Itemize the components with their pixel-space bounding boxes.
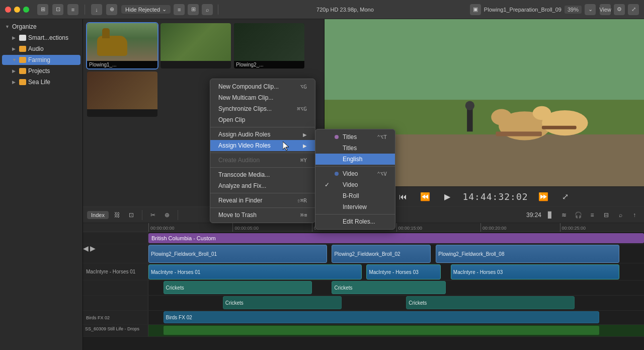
role-lanes-icon[interactable]: ≡ [587,209,598,221]
prev-clip-icon[interactable]: ◀ [83,244,89,252]
video-clip[interactable]: Plowing2_Fieldwork_Broll_01 [148,245,327,263]
fullscreen-button[interactable] [23,7,29,13]
clip-label: Plowing2_Fieldwork_Broll_01 [151,251,217,257]
still-life-clip[interactable] [164,326,600,335]
audio-meter-icon[interactable]: ▊ [544,209,555,221]
video-clip[interactable]: Plowing2_Fieldwork_Broll_08 [436,245,619,263]
smart-collection-icon [19,35,26,41]
import-icon[interactable]: ↓ [91,4,102,15]
list-view-icon[interactable]: ≡ [174,4,185,15]
minimize-button[interactable] [14,7,20,13]
chevron-down-icon[interactable]: ⌄ [585,4,596,15]
timeline-content[interactable]: British Columbia - Custom ◀ ▶ Plowing2_F… [83,232,644,350]
settings-icon[interactable]: ⚙ [614,4,625,15]
separator [142,210,142,220]
sidebar-item-organize[interactable]: ▼ Organize [2,22,80,32]
clip-height-icon[interactable]: ⊟ [601,209,612,221]
ctx-new-multicam-clip[interactable]: New Multicam Clip... [210,92,315,103]
story-track-row: British Columbia - Custom [83,232,644,244]
ctx-item-label: New Compound Clip... [218,83,279,90]
clip-thumbnail[interactable] [87,72,157,117]
ctx-reveal-finder[interactable]: Reveal in Finder ⇧⌘R [210,195,315,206]
ctx-new-compound-clip[interactable]: New Compound Clip... ⌥G [210,81,315,92]
clips-area: British Columbia - Custom [148,232,644,244]
sub-edit-roles[interactable]: Edit Roles... [315,216,395,227]
sub-titles-2[interactable]: Titles [315,143,395,154]
share-icon[interactable]: ⊕ [106,4,117,15]
clip-thumbnail[interactable]: Plowing1_... [87,23,157,68]
sub-video[interactable]: Video ⌃⌥V [315,168,395,179]
audio-track-row: MacIntyre - Horses 01 MacIntyre - Horses… [83,263,644,281]
story-clip[interactable]: British Columbia - Custom [148,233,644,243]
birds-fx-clip[interactable]: Birds FX 02 [164,311,600,323]
rewind-button[interactable]: ⏮ [396,190,410,204]
clip-label: Crickets [409,300,427,306]
hide-rejected-button[interactable]: Hide Rejected ⌄ [121,5,171,14]
ruler-tick: 00:00:25:00 [560,223,586,232]
monitor-icon[interactable]: ▣ [470,4,481,15]
crickets-clip[interactable]: Crickets [164,281,312,294]
ctx-item-label: Move to Trash [218,212,257,219]
audio-clip[interactable]: MacIntyre - Horses 03 [366,264,441,279]
sub-interview[interactable]: Interview [315,201,395,213]
ctx-assign-audio-roles[interactable]: Assign Audio Roles ▶ [210,129,315,140]
crickets-clip[interactable]: Crickets [223,296,342,309]
ctx-open-clip[interactable]: Open Clip [210,114,315,125]
sidebar: ▼ Organize ▶ Smart...ections ▶ Audio ▼ F… [0,19,83,350]
ctx-shortcut: ⌥G [300,84,307,90]
sidebar-item-smart-collections[interactable]: ▶ Smart...ections [2,33,80,43]
transform-icon[interactable]: ⊕ [162,209,173,221]
ruler-area: 00:00:00:00 00:00:05:00 00:00:10:00 00:0… [148,223,644,232]
clip-label: Plowing2_Fieldwork_Broll_08 [438,251,504,257]
green-clips-area [148,325,644,336]
bottom-section: Plowing1_... Plowing2_... [83,19,644,350]
library-icon[interactable]: ⊞ [37,4,48,15]
ctx-move-trash[interactable]: Move to Trash ⌘⌫ [210,209,315,221]
ctx-assign-video-roles[interactable]: Assign Video Roles ▶ [210,140,315,151]
sidebar-item-farming[interactable]: ▼ Farming [2,55,80,65]
view-button[interactable]: View [600,4,611,15]
link-icon[interactable]: ⛓ [112,209,123,221]
sub-video-checked[interactable]: ✓ Video [315,179,395,190]
video-clip[interactable]: Plowing2_Fieldwork_Broll_02 [332,245,431,263]
clip-thumbnail[interactable] [160,23,231,68]
ctx-analyze-fix[interactable]: Analyze and Fix... [210,180,315,191]
clip-thumbnail[interactable]: Plowing2_... [234,23,304,68]
clip-label: Plowing2_... [234,61,304,68]
headphone-icon[interactable]: 🎧 [573,209,584,221]
timecode-display: 14:44:32:02 [462,191,528,202]
next-clip-icon[interactable]: ▶ [90,244,96,252]
index-button[interactable]: Index [87,211,109,219]
zoom-level[interactable]: 39% [565,6,582,14]
step-forward-button[interactable]: ⏩ [536,190,550,204]
ctx-item-label: Synchronize Clips... [218,105,272,112]
crickets-clip[interactable]: Crickets [332,281,446,294]
sidebar-item-audio[interactable]: ▶ Audio [2,44,80,54]
audio-clip[interactable]: MacIntyre - Horses 01 [148,264,362,279]
grid-view-icon[interactable]: ⊞ [188,4,199,15]
timeline-icon[interactable]: ≡ [67,4,78,15]
close-button[interactable] [5,7,11,13]
ctx-transcode-media[interactable]: Transcode Media... [210,169,315,180]
sidebar-item-sea-life[interactable]: ▶ Sea Life [2,77,80,87]
sub-titles[interactable]: Titles ⌃⌥T [315,131,395,143]
sub-english[interactable]: English [315,154,395,165]
zoom-icon[interactable]: ⌕ [615,209,626,221]
ctx-synchronize-clips[interactable]: Synchronize Clips... ⌘⌥G [210,103,315,114]
fullscreen-icon[interactable]: ⤢ [628,4,639,15]
browser-icon[interactable]: ⊡ [52,4,63,15]
sub-b-roll[interactable]: B-Roll [315,190,395,201]
crickets-clip[interactable]: Crickets [406,296,575,309]
magnetic-icon[interactable]: ⊡ [126,209,137,221]
clip-label: Birds FX 02 [166,315,192,320]
waveform-icon[interactable]: ≋ [558,209,570,221]
separator [218,5,218,15]
fullscreen-button[interactable]: ⤢ [558,190,573,204]
export-icon[interactable]: ↑ [629,209,640,221]
audio-clip[interactable]: MacIntyre - Horses 03 [451,264,619,279]
play-button[interactable]: ▶ [440,190,454,204]
search-icon[interactable]: ⌕ [202,4,213,15]
blade-icon[interactable]: ✂ [147,209,158,221]
step-back-button[interactable]: ⏪ [418,190,432,204]
sidebar-item-projects[interactable]: ▶ Projects [2,66,80,76]
